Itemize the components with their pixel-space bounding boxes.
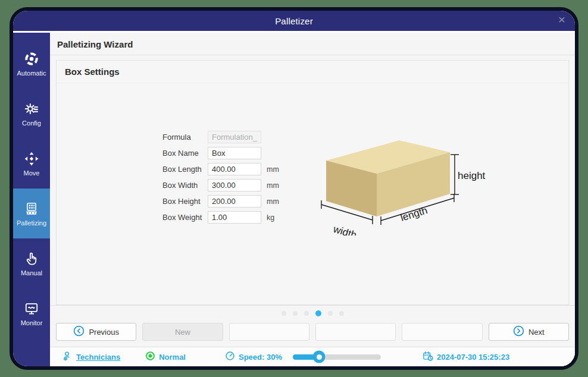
pagination-dot[interactable] [304,311,309,316]
unit-label: mm [267,181,281,190]
field-label: Box Length [162,165,208,174]
speed-indicator: Speed: 30% [225,351,282,363]
sidebar-item-label: Monitor [21,319,43,326]
pagination-dots [50,305,575,321]
speed-label: Speed: 30% [239,353,282,362]
circle-right-arrow-icon [513,325,524,338]
unit-label: kg [267,213,281,222]
pagination-dot[interactable] [293,311,298,316]
speedometer-icon [225,351,235,363]
previous-label: Previous [89,328,119,337]
empty-slot-button [402,323,482,341]
unit-label: mm [267,197,281,206]
page-title: Palletizing Wizard [50,33,575,55]
speed-slider-knob[interactable] [313,351,326,363]
new-label: New [175,328,190,337]
sidebar-item-label: Manual [21,269,42,277]
sidebar-item-label: Palletizing [17,219,46,227]
formula-input [208,131,261,143]
status-label: Normal [159,353,186,362]
palletizer-window: Palletizer × Automatic [10,7,578,370]
sidebar-item-monitor[interactable]: Monitor [13,288,50,338]
empty-slot-button [229,323,309,341]
pagination-dot[interactable] [328,311,333,316]
target-icon [24,51,39,67]
status-bar: Technicians Normal [50,347,575,366]
box-length-input[interactable] [208,163,261,175]
pagination-dot[interactable] [282,311,286,316]
form-row: Box Height mm [162,195,281,208]
form-row: Box Length mm [162,163,281,175]
sidebar-item-palletizing[interactable]: Palletizing [13,188,50,238]
form-row: Box Name [162,147,281,159]
sidebar-item-manual[interactable]: Manual [13,238,50,288]
move-arrows-icon [24,151,39,166]
sidebar-item-config[interactable]: Config [13,89,50,139]
screen-background: Palletizer × Automatic [0,0,588,377]
field-label: Box Height [162,197,208,206]
width-label: width [331,223,358,235]
box-dimensions-illustration: width length height [311,133,495,238]
status-normal-icon [145,351,155,363]
current-user[interactable]: Technicians [62,351,120,363]
system-status: Normal [145,351,186,363]
box-name-input[interactable] [208,147,261,159]
next-label: Next [528,328,545,337]
previous-button[interactable]: Previous [56,323,136,341]
box-settings-panel: Box Settings Formula Box Name [56,60,569,305]
box-width-input[interactable] [208,179,261,191]
gear-icon [24,101,39,117]
field-label: Box Weight [162,213,208,222]
monitor-wave-icon [24,301,39,316]
form-row: Box Width mm [162,179,281,191]
box-height-input[interactable] [208,195,261,208]
form-row: Formula [162,131,281,143]
title-bar: Palletizer × [13,11,575,31]
new-button[interactable]: New [142,323,223,341]
panel-title: Box Settings [57,61,568,83]
pallet-boxes-icon [24,201,39,216]
box-settings-form: Formula Box Name Box Length [162,131,281,227]
speed-slider[interactable] [293,354,381,360]
sidebar-item-automatic[interactable]: Automatic [13,39,50,89]
box-weight-input[interactable] [208,211,261,224]
user-switch-icon [62,351,73,363]
field-label: Formula [162,133,208,142]
field-label: Box Width [162,181,208,190]
pagination-dot[interactable] [339,311,344,316]
sidebar-item-label: Config [22,120,41,127]
pagination-dot[interactable] [315,310,321,316]
field-label: Box Name [162,149,208,158]
datetime-label: 2024-07-30 15:25:23 [437,353,509,362]
sidebar-item-label: Move [24,169,40,177]
close-icon[interactable]: × [558,13,565,26]
window-title: Palletizer [275,16,313,26]
unit-label: mm [267,165,281,174]
empty-slot-button [315,323,396,341]
sidebar: Automatic Config [13,33,50,366]
sidebar-item-move[interactable]: Move [13,139,50,188]
height-label: height [458,170,486,181]
datetime-display: 2024-07-30 15:25:23 [423,351,509,363]
sidebar-item-label: Automatic [17,70,46,77]
next-button[interactable]: Next [489,323,569,341]
wizard-footer: Previous New Next [50,321,575,347]
circle-left-arrow-icon [73,325,85,338]
hand-pointer-icon [24,251,39,266]
calendar-clock-icon [423,351,433,363]
user-label[interactable]: Technicians [76,353,120,362]
form-row: Box Weight kg [162,211,281,224]
